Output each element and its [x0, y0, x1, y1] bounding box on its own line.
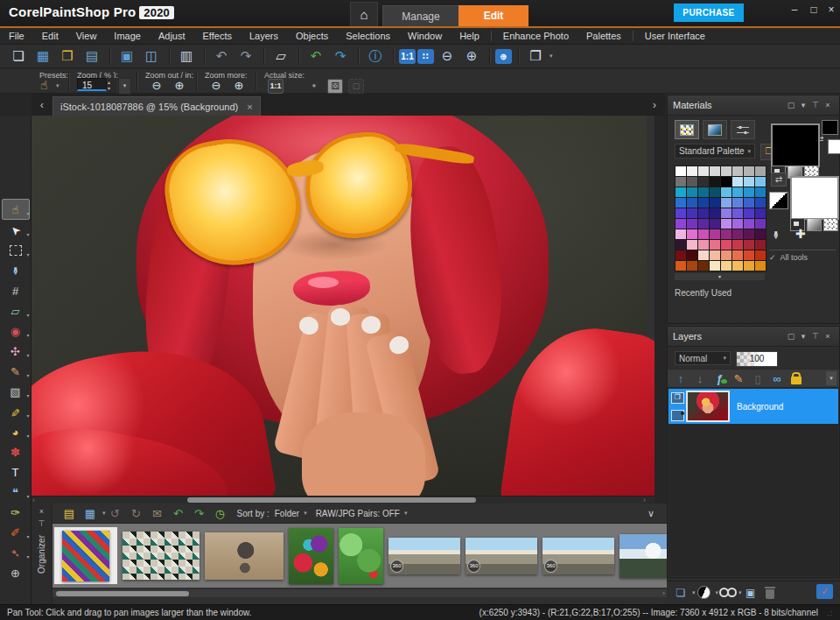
tab-scroll-right-icon[interactable]: ›: [646, 95, 663, 113]
flood-fill-tool[interactable]: ◕▾: [3, 422, 29, 441]
color-swatch[interactable]: [721, 166, 732, 176]
document-close-icon[interactable]: ×: [247, 102, 252, 112]
color-swatch[interactable]: [676, 166, 686, 176]
color-swatch[interactable]: [687, 219, 697, 229]
color-swatch[interactable]: [710, 208, 720, 218]
organizer-scrollbar[interactable]: ›: [52, 589, 667, 597]
palette-scroll-more[interactable]: ▾: [675, 273, 765, 280]
materials-header[interactable]: Materials ▢ ▾ ⊤ ×: [668, 95, 839, 116]
save-icon[interactable]: ▣: [116, 46, 138, 66]
color-swatch[interactable]: [676, 261, 686, 271]
color-swatch[interactable]: [710, 219, 720, 229]
actual-size-button[interactable]: 1:1: [268, 79, 284, 94]
picture-tube-tool[interactable]: ✽: [3, 442, 29, 461]
copy-special-icon[interactable]: ❐: [524, 46, 547, 66]
bg-pattern-button[interactable]: [823, 218, 838, 231]
color-swatch[interactable]: [687, 198, 697, 208]
zoom-more-in-button[interactable]: ⊕: [233, 80, 245, 92]
image-info-icon[interactable]: ⓘ: [364, 46, 387, 66]
menu-adjust[interactable]: Adjust: [150, 28, 194, 44]
redo-icon[interactable]: ↷: [190, 505, 209, 521]
capture-icon[interactable]: ◷: [211, 505, 230, 521]
selection-tool[interactable]: ▾: [3, 241, 29, 260]
color-swatch[interactable]: [676, 187, 686, 197]
color-swatch[interactable]: [710, 166, 720, 176]
color-swatch[interactable]: [744, 229, 754, 239]
color-swatch[interactable]: [687, 229, 697, 239]
zoom-in-icon[interactable]: ⊕: [460, 46, 483, 66]
scroll-right-icon[interactable]: ›: [662, 589, 665, 597]
foreground-material-swatch[interactable]: [771, 123, 820, 167]
color-swatch[interactable]: [755, 166, 766, 176]
print-icon[interactable]: ▥: [175, 46, 198, 66]
color-swatch[interactable]: [732, 198, 743, 208]
zoom-spinner[interactable]: ▴▾: [108, 78, 116, 93]
zoom-tool-icon[interactable]: ⊕: [495, 49, 512, 64]
thumbnail-flower-garden[interactable]: [289, 528, 333, 584]
color-swatch[interactable]: [732, 240, 743, 250]
zoom-out-button[interactable]: ⊖: [150, 80, 163, 92]
image-canvas[interactable]: ˄ ˅ ‹ ›: [32, 116, 654, 504]
share-icon[interactable]: ✉: [148, 505, 167, 521]
zoom-out-icon[interactable]: ⊖: [436, 46, 458, 66]
open-folder-icon[interactable]: ❒: [56, 46, 79, 66]
color-swatch[interactable]: [676, 229, 686, 239]
layers-bar-more-icon[interactable]: ▾: [826, 371, 836, 385]
color-swatch[interactable]: [732, 187, 743, 197]
color-swatch[interactable]: [744, 261, 754, 271]
scroll-right-icon[interactable]: ›: [643, 497, 646, 504]
tab-scroll-left-icon[interactable]: ‹: [33, 95, 51, 113]
blend-mode-dropdown[interactable]: Normal ▾: [675, 351, 731, 365]
color-swatch[interactable]: [721, 187, 732, 197]
palette-selector[interactable]: Standard Palette ▾: [675, 144, 755, 159]
menu-file[interactable]: File: [0, 28, 33, 44]
close-button[interactable]: ×: [823, 3, 839, 17]
color-swatch[interactable]: [744, 208, 754, 218]
color-swatch[interactable]: [710, 240, 720, 250]
home-button[interactable]: ⌂: [350, 2, 378, 26]
color-swatch[interactable]: [755, 250, 766, 260]
color-swatch[interactable]: [676, 240, 686, 250]
sort-by-dropdown[interactable]: Folder ▾: [275, 509, 307, 518]
color-swatch[interactable]: [732, 166, 743, 176]
actual-size-icon[interactable]: 1:1: [399, 49, 416, 64]
browse-icon[interactable]: ▦: [32, 46, 54, 66]
chevron-down-icon[interactable]: ▾: [550, 53, 553, 60]
tab-manage[interactable]: Manage: [382, 5, 459, 27]
color-swatch[interactable]: [732, 177, 743, 187]
color-swatch[interactable]: [698, 261, 709, 271]
minimize-button[interactable]: –: [787, 3, 802, 17]
pick-tool[interactable]: ➤▾: [3, 221, 29, 240]
straighten-tool[interactable]: ▱▾: [3, 301, 29, 321]
color-swatch[interactable]: [687, 177, 697, 187]
tab-edit[interactable]: Edit: [458, 5, 528, 26]
color-swatch[interactable]: [721, 198, 732, 208]
color-swatch[interactable]: [721, 219, 732, 229]
save-as-icon[interactable]: ◫: [140, 46, 163, 66]
close-panel-icon[interactable]: ×: [822, 101, 834, 109]
pan-preset-icon[interactable]: ☝: [40, 78, 48, 92]
float-panel-icon[interactable]: ▢: [785, 332, 797, 341]
delete-layer-button[interactable]: [761, 585, 779, 601]
thumbnail-panorama-3[interactable]: 360: [542, 538, 614, 574]
color-swatch[interactable]: [676, 208, 686, 218]
layer-visibility-toggle[interactable]: [671, 410, 684, 421]
color-swatch[interactable]: [698, 177, 709, 187]
menu-help[interactable]: Help: [451, 28, 488, 44]
menu-image[interactable]: Image: [105, 28, 150, 44]
zoom-more-out-button[interactable]: ⊖: [210, 80, 222, 92]
thumbnail-ostrich[interactable]: [205, 532, 284, 580]
callout-tool[interactable]: ❝▾: [3, 483, 29, 502]
color-swatch[interactable]: [676, 219, 686, 229]
organizer-collapse-icon[interactable]: ∨: [648, 508, 654, 519]
layer-styles-icon[interactable]: ƒ: [710, 370, 729, 386]
add-more-tools[interactable]: ⊕: [3, 563, 29, 582]
color-swatch[interactable]: [710, 198, 720, 208]
new-layer-button[interactable]: ❏: [672, 585, 690, 601]
thumbnail-mountain[interactable]: [620, 534, 667, 578]
color-swatch[interactable]: [721, 250, 732, 260]
swap-materials-button[interactable]: ⇄: [771, 173, 787, 187]
all-tools-option[interactable]: ✓ All tools: [769, 250, 836, 262]
color-swatch[interactable]: [755, 229, 766, 239]
scroll-left-icon[interactable]: ‹: [32, 497, 35, 504]
